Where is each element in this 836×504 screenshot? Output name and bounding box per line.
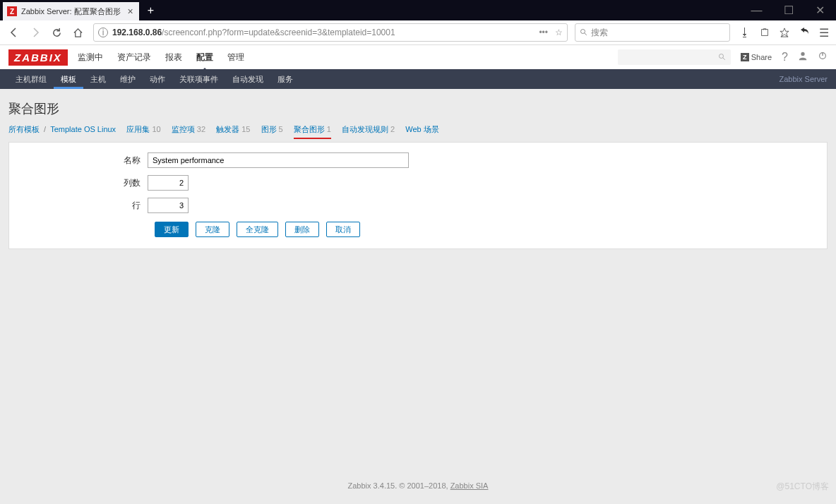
subnav-server-label: Zabbix Server — [780, 75, 828, 83]
breadcrumb-tabs: 所有模板 / Template OS Linux 应用集 10 监控项 32 触… — [8, 124, 828, 135]
footer: Zabbix 3.4.15. © 2001–2018, Zabbix SIA — [0, 481, 836, 490]
menu-inventory[interactable]: 资产记录 — [117, 44, 151, 71]
menu-reports[interactable]: 报表 — [165, 44, 182, 71]
form-panel: 名称 列数 行 更新 克隆 全克隆 删除 取消 — [8, 142, 828, 249]
zabbix-subnav: 主机群组 模板 主机 维护 动作 关联项事件 自动发现 服务 Zabbix Se… — [0, 69, 836, 89]
tab-favicon-icon: Z — [7, 6, 17, 16]
zabbix-main-menu: 监测中 资产记录 报表 配置 管理 — [78, 44, 244, 71]
tab-close-icon[interactable]: × — [128, 6, 133, 17]
url-path: /screenconf.php?form=update&screenid=3&t… — [162, 28, 395, 37]
search-placeholder: 搜索 — [591, 27, 608, 39]
search-icon — [580, 28, 588, 37]
svg-point-2 — [719, 54, 723, 59]
svg-rect-1 — [762, 30, 768, 36]
downloads-icon[interactable]: ⭳ — [739, 26, 751, 40]
cancel-button[interactable]: 取消 — [326, 222, 360, 237]
site-info-icon[interactable]: i — [98, 28, 108, 37]
url-bar[interactable]: i 192.168.0.86 /screenconf.php?form=upda… — [93, 23, 568, 42]
tab-applications[interactable]: 应用集 — [126, 125, 150, 133]
subnav-services[interactable]: 服务 — [270, 69, 300, 89]
subnav-hosts[interactable]: 主机 — [83, 69, 113, 89]
subnav-maintenance[interactable]: 维护 — [113, 69, 143, 89]
zabbix-search-input[interactable] — [618, 49, 731, 65]
window-close-icon[interactable]: ✕ — [804, 0, 836, 20]
label-name: 名称 — [16, 155, 148, 167]
tab-title: Zabbix Server: 配置聚合图形 — [21, 6, 121, 17]
subnav-discovery[interactable]: 自动发现 — [225, 69, 270, 89]
nav-home-icon[interactable] — [69, 24, 86, 41]
browser-tab-bar: Z Zabbix Server: 配置聚合图形 × + — ☐ ✕ — [0, 0, 836, 20]
zabbix-logo[interactable]: ZABBIX — [8, 49, 68, 66]
window-maximize-icon[interactable]: ☐ — [772, 0, 804, 20]
svg-point-3 — [801, 52, 804, 56]
menu-administration[interactable]: 管理 — [227, 44, 244, 71]
subnav-templates[interactable]: 模板 — [54, 69, 83, 89]
page-actions-icon[interactable]: ••• — [539, 28, 548, 37]
undo-icon[interactable] — [798, 26, 811, 40]
svg-point-0 — [581, 30, 585, 34]
browser-nav-bar: i 192.168.0.86 /screenconf.php?form=upda… — [0, 20, 836, 45]
tab-screens[interactable]: 聚合图形 — [294, 125, 325, 133]
update-button[interactable]: 更新 — [155, 222, 189, 237]
bookmark-star-icon[interactable]: ☆ — [555, 28, 563, 37]
breadcrumb-all-templates[interactable]: 所有模板 — [8, 125, 40, 133]
zabbix-header: ZABBIX 监测中 资产记录 报表 配置 管理 Z Share ? — [0, 45, 836, 69]
subnav-hostgroups[interactable]: 主机群组 — [8, 69, 54, 89]
help-icon[interactable]: ? — [782, 51, 788, 64]
label-rows: 行 — [16, 200, 148, 212]
nav-back-icon[interactable] — [6, 24, 23, 41]
browser-search-input[interactable]: 搜索 — [575, 23, 730, 42]
share-icon: Z — [741, 53, 749, 61]
footer-link[interactable]: Zabbix SIA — [450, 481, 489, 490]
nav-reload-icon[interactable] — [48, 24, 65, 41]
footer-text: Zabbix 3.4.15. © 2001–2018, — [348, 481, 450, 490]
menu-monitoring[interactable]: 监测中 — [78, 44, 103, 71]
tab-graphs[interactable]: 图形 — [261, 125, 277, 133]
browser-tab[interactable]: Z Zabbix Server: 配置聚合图形 × — [3, 2, 139, 20]
page-title: 聚合图形 — [8, 100, 828, 117]
input-rows[interactable] — [148, 198, 189, 213]
user-icon[interactable] — [798, 51, 808, 64]
url-host: 192.168.0.86 — [112, 28, 162, 37]
window-minimize-icon[interactable]: — — [741, 0, 772, 20]
nav-forward-icon[interactable] — [27, 24, 44, 41]
delete-button[interactable]: 删除 — [285, 222, 319, 237]
bookmark-menu-icon[interactable] — [778, 26, 791, 40]
share-label: Share — [751, 53, 772, 61]
tab-items[interactable]: 监控项 — [172, 125, 195, 133]
subnav-correlation[interactable]: 关联项事件 — [172, 69, 225, 89]
menu-configuration[interactable]: 配置 — [196, 44, 213, 71]
share-button[interactable]: Z Share — [741, 53, 772, 61]
menu-icon[interactable]: ☰ — [818, 26, 830, 40]
label-columns: 列数 — [16, 177, 148, 189]
power-icon[interactable] — [818, 51, 828, 64]
tab-triggers[interactable]: 触发器 — [216, 125, 239, 133]
watermark: @51CTO博客 — [776, 481, 829, 493]
full-clone-button[interactable]: 全克隆 — [237, 222, 278, 237]
tab-discovery-rules[interactable]: 自动发现规则 — [342, 125, 388, 133]
search-icon — [718, 53, 727, 61]
tab-web-scenarios[interactable]: Web 场景 — [405, 125, 438, 133]
input-name[interactable] — [148, 152, 409, 168]
pocket-icon[interactable] — [758, 26, 771, 40]
clone-button[interactable]: 克隆 — [196, 222, 229, 237]
tab-add-icon[interactable]: + — [148, 4, 154, 17]
breadcrumb-template[interactable]: Template OS Linux — [50, 125, 116, 133]
input-columns[interactable] — [148, 175, 189, 191]
subnav-actions[interactable]: 动作 — [143, 69, 172, 89]
